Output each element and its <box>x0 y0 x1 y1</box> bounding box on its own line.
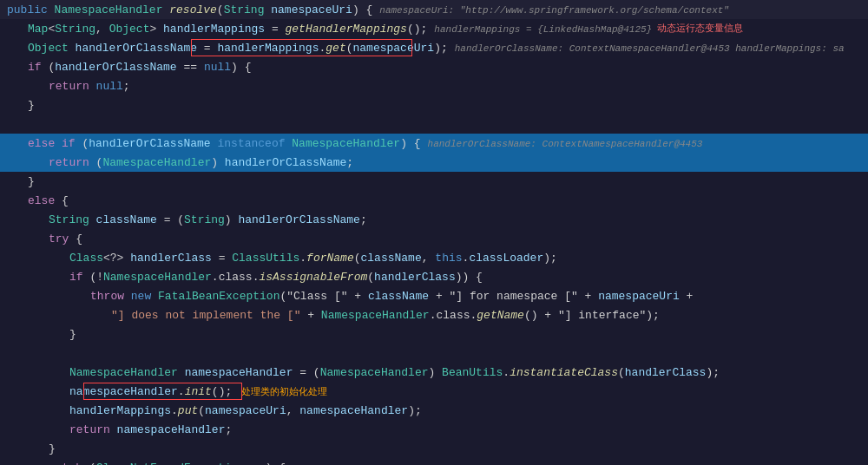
token: isAssignableFrom <box>259 271 367 284</box>
token: ( <box>89 462 96 466</box>
token: . <box>171 404 178 417</box>
code-line: else if (handlerOrClassName instanceof N… <box>0 134 868 153</box>
code-line: if (!NamespaceHandler.class.isAssignable… <box>0 267 868 286</box>
token: NamespaceHandler <box>321 309 430 322</box>
token: + <box>680 290 694 303</box>
init-annotation: 处理类的初始化处理 <box>239 386 327 396</box>
token: handlerMappings <box>217 42 319 55</box>
token: ); <box>434 42 448 55</box>
code-line: else { <box>0 191 868 210</box>
token: .class. <box>430 309 477 322</box>
line-content: try { <box>0 232 868 246</box>
token: public <box>7 3 55 16</box>
token: = ( <box>157 213 184 226</box>
token: handlerClass <box>130 252 212 265</box>
code-line: NamespaceHandler namespaceHandler = (Nam… <box>0 363 868 382</box>
token: this <box>435 252 462 265</box>
line-content: catch (ClassNotFoundException ex) { <box>0 462 868 466</box>
token: className <box>361 252 422 265</box>
token: ); <box>543 252 557 265</box>
token: } <box>28 175 35 188</box>
line-content: return null; <box>0 80 868 93</box>
token: new <box>131 290 158 303</box>
token: ; <box>360 213 367 226</box>
line-content: } <box>0 442 868 455</box>
inline-debug-value: handlerOrClassName: ContextNamespaceHand… <box>428 139 703 149</box>
token: init <box>185 385 212 398</box>
token: .class. <box>212 271 260 284</box>
token: Object <box>109 23 150 36</box>
line-content: Class<?> handlerClass = ClassUtils.forNa… <box>0 252 868 265</box>
token: return <box>49 156 96 169</box>
token: ( <box>354 252 361 265</box>
token: ); <box>408 404 422 417</box>
annotation: 动态运行态变量信息 <box>657 23 743 33</box>
line-content <box>0 118 868 131</box>
code-line: catch (ClassNotFoundException ex) { <box>0 458 868 465</box>
token: getName <box>477 309 524 322</box>
token: handlerOrClassName <box>55 61 176 74</box>
token: put <box>178 404 198 417</box>
token: ( <box>618 366 625 379</box>
token: } <box>49 442 56 455</box>
token: ); <box>706 366 720 379</box>
code-line: Map<String, Object> handlerMappings = ge… <box>0 19 868 38</box>
token: namespaceHandler <box>299 404 408 417</box>
code-line: } <box>0 324 868 344</box>
token: > <box>149 23 163 36</box>
token: get <box>326 42 345 55</box>
token: ) <box>429 366 443 379</box>
line-content: Object handlerOrClassName = handlerMappi… <box>0 42 868 55</box>
token: ClassUtils <box>232 252 299 265</box>
token: className <box>96 213 157 226</box>
token: BeanUtils <box>442 366 503 379</box>
line-content: } <box>0 99 868 112</box>
token: String <box>49 213 96 226</box>
code-line <box>0 115 868 134</box>
token: , <box>95 23 109 36</box>
line-content: NamespaceHandler namespaceHandler = (Nam… <box>0 366 868 379</box>
code-line: String className = (String) handlerOrCla… <box>0 210 868 229</box>
token: className <box>368 290 429 303</box>
token: { <box>76 232 82 246</box>
token: NamespaceHandler <box>69 366 185 379</box>
token: NamespaceHandler <box>292 137 400 150</box>
token: ("Class [" + <box>279 290 367 303</box>
line-content: Map<String, Object> handlerMappings = ge… <box>0 23 868 36</box>
token: ; <box>346 156 353 169</box>
token: Class <box>69 252 103 265</box>
code-editor: public NamespaceHandler resolve(String n… <box>0 0 868 465</box>
token: handlerMappings <box>69 404 171 417</box>
code-line: Object handlerOrClassName = handlerMappi… <box>0 38 868 57</box>
token: (); <box>212 385 232 398</box>
token: ) <box>225 213 239 226</box>
token: NamespaceHandler <box>55 3 170 16</box>
token: () + "] interface"); <box>524 309 660 322</box>
token: ) { <box>400 137 420 150</box>
token: null <box>204 61 231 74</box>
code-line: return null; <box>0 76 868 95</box>
code-line: } <box>0 172 868 191</box>
line-content: throw new FatalBeanException("Class [" +… <box>0 290 868 303</box>
token: handlerOrClassName <box>238 213 359 226</box>
token: namespaceUri <box>271 3 352 16</box>
token: = <box>212 252 232 265</box>
line-content: "] does not implement the [" + Namespace… <box>0 309 868 322</box>
token: catch <box>49 462 89 466</box>
code-line: try { <box>0 229 868 248</box>
token: . <box>299 252 306 265</box>
token: handlerClass <box>374 271 456 284</box>
token: ( <box>367 271 374 284</box>
token: . <box>178 385 185 398</box>
token: ( <box>198 404 205 417</box>
token: instantiateClass <box>510 366 618 379</box>
line-content: return (NamespaceHandler) handlerOrClass… <box>0 156 868 169</box>
token: ; <box>123 80 130 93</box>
inline-debug-value: namespaceUri: "http://www.springframewor… <box>379 5 729 16</box>
code-line: namespaceHandler.init(); 处理类的初始化处理 <box>0 382 868 401</box>
code-line: Class<?> handlerClass = ClassUtils.forNa… <box>0 248 868 267</box>
line-content: handlerMappings.put(namespaceUri, namesp… <box>0 404 868 417</box>
code-line: return namespaceHandler; <box>0 420 868 439</box>
token: handlerOrClassName <box>225 156 346 169</box>
token: + <box>300 309 320 322</box>
